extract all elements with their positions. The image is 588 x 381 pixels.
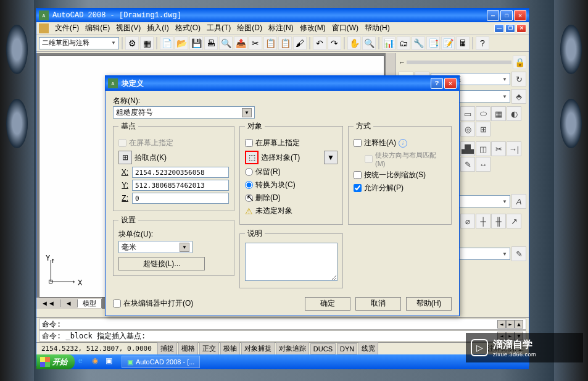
minimize-button[interactable]: —: [487, 10, 499, 21]
dim-base-icon[interactable]: ╫: [491, 214, 506, 228]
uniform-scale-checkbox[interactable]: [354, 171, 362, 179]
menu-window[interactable]: 窗口(W): [329, 22, 361, 35]
dim-style-btn-icon[interactable]: ✎: [511, 246, 526, 261]
start-button[interactable]: 开始: [36, 354, 75, 369]
tool-gear-icon[interactable]: ⚙: [125, 36, 139, 50]
status-snap[interactable]: 捕捉: [157, 342, 177, 355]
tool-props-icon[interactable]: 📊: [382, 36, 395, 50]
menu-insert[interactable]: 插入(I): [144, 22, 171, 35]
tool-paste-icon[interactable]: 📋: [278, 36, 292, 50]
select-objects-button[interactable]: ⬚: [245, 151, 259, 164]
tool-preview-icon[interactable]: 🔍: [219, 36, 233, 50]
workspace-combo[interactable]: 二维草图与注释: [39, 37, 119, 49]
dim-cont-icon[interactable]: ┼: [476, 214, 491, 228]
tool-publish-icon[interactable]: 📤: [234, 36, 247, 50]
z-input[interactable]: [132, 193, 229, 204]
status-lwt[interactable]: 线宽: [358, 342, 378, 355]
quick-select-button[interactable]: ▼: [324, 151, 337, 164]
cancel-button[interactable]: 取消: [355, 297, 401, 311]
delete-radio[interactable]: [245, 194, 253, 202]
help-button[interactable]: 帮助(H): [406, 297, 452, 311]
offset-tool-icon[interactable]: ◫: [476, 141, 491, 156]
tool-open-icon[interactable]: 📂: [175, 36, 188, 50]
menu-edit[interactable]: 编辑(E): [83, 22, 112, 35]
info-icon[interactable]: i: [399, 139, 407, 148]
trim-tool-icon[interactable]: ✂: [491, 141, 506, 156]
menu-format[interactable]: 格式(O): [173, 22, 203, 35]
name-combo[interactable]: 粗糙度符号: [113, 106, 255, 119]
menu-draw[interactable]: 绘图(D): [234, 22, 265, 35]
close-button[interactable]: ✕: [514, 10, 526, 21]
menu-help[interactable]: 帮助(H): [362, 22, 392, 35]
objects-onscreen-checkbox[interactable]: [245, 139, 253, 147]
doc-restore-button[interactable]: ❐: [505, 24, 515, 33]
edit-tool-icon[interactable]: ✎: [460, 157, 475, 172]
menu-dimension[interactable]: 标注(N): [266, 22, 296, 35]
block-tool-icon[interactable]: ⊞: [476, 122, 491, 136]
doc-minimize-button[interactable]: —: [494, 24, 504, 33]
dialog-help-button[interactable]: ?: [431, 78, 443, 89]
convert-radio[interactable]: [245, 181, 253, 189]
mirror-tool-icon[interactable]: ▟▙: [460, 141, 475, 156]
tab-nav-prev[interactable]: ◄: [60, 299, 78, 307]
status-otrack[interactable]: 对象追踪: [276, 342, 309, 355]
tool-dc-icon[interactable]: 🗂: [397, 36, 410, 50]
ok-button[interactable]: 确定: [305, 297, 350, 311]
status-polar[interactable]: 极轴: [220, 342, 240, 355]
tool-copy-icon[interactable]: 📋: [263, 36, 277, 50]
command-line-2[interactable]: 命令: _block 指定插入基点: ◄►▼: [39, 330, 526, 341]
text-style-btn-icon[interactable]: A: [511, 194, 526, 209]
tool-help-icon[interactable]: ?: [476, 36, 489, 50]
tool-print-icon[interactable]: 🖶: [204, 36, 218, 50]
doc-close-button[interactable]: ✕: [516, 24, 526, 33]
dim-leader-icon[interactable]: ↗: [507, 214, 521, 228]
panel-slider[interactable]: [407, 61, 511, 64]
layer-refresh-icon[interactable]: ↻: [511, 72, 526, 86]
cmd-scroll[interactable]: ◄►▲: [497, 320, 523, 329]
tool-redo-icon[interactable]: ↷: [328, 36, 341, 50]
hatch-tool-icon[interactable]: ▦: [491, 106, 506, 121]
stretch-tool-icon[interactable]: ↔: [476, 157, 491, 172]
tool-match-icon[interactable]: 🖌: [293, 36, 307, 50]
extend-tool-icon[interactable]: →|: [507, 141, 521, 156]
rect-tool-icon[interactable]: ▭: [460, 106, 475, 121]
allow-explode-checkbox[interactable]: [354, 184, 362, 192]
layer-tool-icon[interactable]: ⬘: [511, 89, 526, 104]
tab-model[interactable]: 模型: [78, 299, 102, 308]
ellipse-tool-icon[interactable]: ⬭: [476, 106, 491, 121]
ql-player-icon[interactable]: ◉: [92, 356, 103, 367]
ql-desktop-icon[interactable]: ▣: [106, 356, 117, 367]
y-input[interactable]: [132, 180, 229, 191]
tool-new-icon[interactable]: 📄: [160, 36, 173, 50]
ql-ie-icon[interactable]: e: [78, 356, 89, 367]
tool-cut-icon[interactable]: ✂: [249, 36, 262, 50]
taskbar-app-item[interactable]: ▣ AutoCAD 2008 - [...: [122, 356, 200, 368]
dialog-close-button[interactable]: ✕: [444, 78, 457, 89]
menu-modify[interactable]: 修改(M): [297, 22, 328, 35]
donut-tool-icon[interactable]: ◎: [460, 122, 475, 136]
panel-lock-icon[interactable]: 🔒: [513, 56, 526, 69]
status-ortho[interactable]: 正交: [199, 342, 219, 355]
menu-view[interactable]: 视图(V): [114, 22, 143, 35]
menu-tools[interactable]: 工具(T): [204, 22, 233, 35]
tool-undo-icon[interactable]: ↶: [313, 36, 326, 50]
hyperlink-button[interactable]: 超链接(L)...: [118, 257, 205, 270]
tool-pan-icon[interactable]: ✋: [347, 36, 361, 50]
tool-calc-icon[interactable]: 🖩: [456, 36, 470, 50]
tool-ssm-icon[interactable]: 📑: [426, 36, 440, 50]
pick-point-button[interactable]: ⊞: [118, 151, 132, 164]
x-input[interactable]: [132, 167, 229, 178]
tool-grid-icon[interactable]: ▦: [140, 36, 154, 50]
dim-diameter-icon[interactable]: ⌀: [460, 214, 475, 228]
menu-file[interactable]: 文件(F): [52, 22, 81, 35]
status-osnap[interactable]: 对象捕捉: [241, 342, 275, 355]
status-grid[interactable]: 栅格: [178, 342, 198, 355]
retain-radio[interactable]: [245, 168, 253, 176]
tool-tp-icon[interactable]: 🔧: [412, 36, 425, 50]
status-dyn[interactable]: DYN: [337, 343, 357, 354]
open-editor-checkbox[interactable]: [113, 299, 121, 308]
gradient-tool-icon[interactable]: ◐: [507, 106, 521, 121]
annotative-checkbox[interactable]: [354, 139, 362, 147]
restore-button[interactable]: ❐: [500, 10, 513, 21]
status-ducs[interactable]: DUCS: [310, 343, 336, 354]
